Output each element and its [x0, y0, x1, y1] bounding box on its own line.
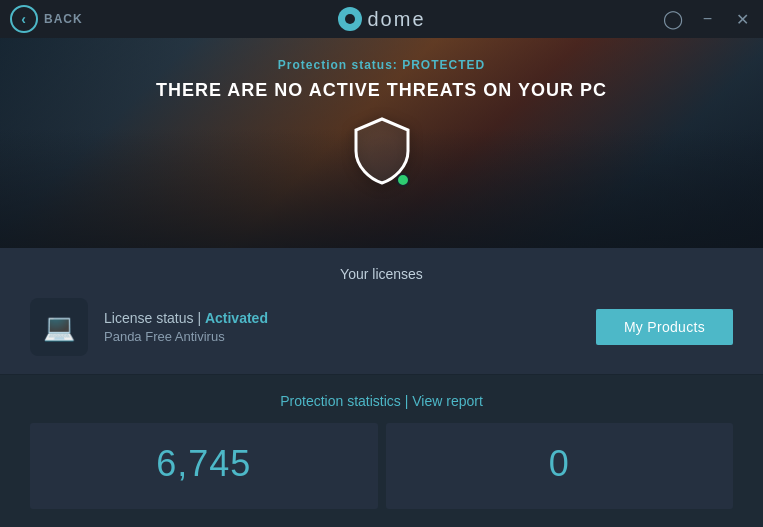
shield-icon-container	[352, 117, 412, 189]
statistics-label: Protection statistics	[280, 393, 401, 409]
license-status-label: License status	[104, 310, 194, 326]
logo-icon	[337, 7, 361, 31]
license-row: 💻 License status | Activated Panda Free …	[30, 298, 733, 356]
protection-status-value: PROTECTED	[402, 58, 485, 72]
license-info-left: 💻 License status | Activated Panda Free …	[30, 298, 268, 356]
hero-title: THERE ARE NO ACTIVE THREATS ON YOUR PC	[156, 80, 607, 101]
shield-active-dot	[396, 173, 410, 187]
back-circle-icon: ‹	[10, 5, 38, 33]
view-report-link[interactable]: View report	[412, 393, 483, 409]
laptop-icon: 💻	[43, 312, 75, 343]
license-activated-label: Activated	[205, 310, 268, 326]
logo-text: dome	[367, 8, 425, 31]
statistics-title: Protection statistics | View report	[30, 393, 733, 409]
window-controls: ◯ − ✕	[663, 8, 753, 31]
licenses-section: Your licenses 💻 License status | Activat…	[0, 248, 763, 375]
stat-2-value: 0	[549, 443, 570, 485]
licenses-title: Your licenses	[30, 266, 733, 282]
title-bar: ‹ BACK dome ◯ − ✕	[0, 0, 763, 38]
license-separator: |	[197, 310, 205, 326]
device-icon-wrap: 💻	[30, 298, 88, 356]
statistics-section: Protection statistics | View report 6,74…	[0, 375, 763, 509]
hero-section: Protection status: PROTECTED THERE ARE N…	[0, 38, 763, 248]
stat-card-1: 6,745	[30, 423, 378, 509]
license-info: License status | Activated Panda Free An…	[104, 310, 268, 344]
my-products-button[interactable]: My Products	[596, 309, 733, 345]
protection-prefix: Protection status:	[278, 58, 402, 72]
stat-1-value: 6,745	[156, 443, 251, 485]
stat-card-2: 0	[386, 423, 734, 509]
logo: dome	[337, 7, 425, 31]
license-product-name: Panda Free Antivirus	[104, 329, 268, 344]
user-icon[interactable]: ◯	[663, 8, 683, 30]
back-button[interactable]: ‹ BACK	[10, 5, 83, 33]
close-button[interactable]: ✕	[732, 8, 753, 31]
license-status-text: License status | Activated	[104, 310, 268, 326]
minimize-button[interactable]: −	[699, 8, 716, 30]
protection-status-line: Protection status: PROTECTED	[278, 58, 485, 72]
stats-cards: 6,745 0	[30, 423, 733, 509]
back-label: BACK	[44, 12, 83, 26]
hero-content: Protection status: PROTECTED THERE ARE N…	[0, 38, 763, 189]
